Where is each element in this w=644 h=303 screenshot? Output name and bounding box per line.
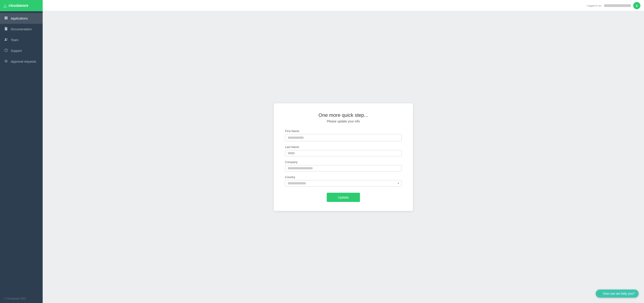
logged-in-label: Logged in as: — [587, 4, 602, 7]
support-icon: ? — [4, 48, 8, 53]
sidebar-item-applications-label: Applications — [11, 16, 28, 20]
team-icon — [4, 38, 8, 42]
applications-icon — [4, 16, 8, 21]
svg-text:?: ? — [6, 49, 7, 52]
main-wrapper: Logged in as: One more quick step... Ple… — [43, 0, 644, 303]
svg-point-4 — [5, 38, 6, 40]
chat-widget[interactable]: How can we help you? — [596, 290, 638, 298]
approval-requests-icon — [4, 59, 8, 64]
sidebar-item-team-label: Team — [11, 38, 18, 42]
first-name-group: First Name — [285, 130, 402, 141]
card-title: One more quick step... — [285, 112, 402, 118]
sidebar-nav: Applications Documentation Team ? Suppor… — [0, 11, 43, 294]
card-subtitle: Please update your info — [285, 120, 402, 123]
copyright-text: © Cloudaware 2024 — [4, 297, 26, 300]
chat-online-dot — [599, 292, 601, 295]
sidebar-item-support-label: Support — [11, 49, 22, 52]
sidebar: △ cloudaware Applications Documentation … — [0, 0, 43, 303]
company-blurred — [288, 167, 312, 169]
last-name-label: Last Name — [285, 145, 402, 149]
last-name-blurred — [288, 152, 294, 154]
sidebar-footer: © Cloudaware 2024 — [0, 294, 43, 303]
sidebar-item-applications[interactable]: Applications — [0, 13, 43, 24]
country-group: Country ▾ — [285, 176, 402, 186]
sidebar-item-documentation-label: Documentation — [11, 28, 32, 31]
sidebar-logo[interactable]: △ cloudaware — [0, 0, 43, 11]
sidebar-item-documentation[interactable]: Documentation — [0, 24, 43, 34]
country-select[interactable] — [285, 180, 402, 186]
first-name-blurred — [288, 136, 304, 139]
documentation-icon — [4, 27, 8, 32]
first-name-input-wrapper[interactable] — [285, 134, 402, 141]
user-avatar[interactable] — [633, 2, 640, 9]
svg-point-5 — [6, 38, 8, 39]
company-label: Company — [285, 160, 402, 164]
main-content: One more quick step... Please update you… — [43, 11, 644, 303]
first-name-label: First Name — [285, 130, 402, 133]
last-name-input-wrapper[interactable] — [285, 150, 402, 156]
username-blurred — [604, 4, 631, 7]
country-select-wrapper: ▾ — [285, 180, 402, 186]
sidebar-item-approval-requests[interactable]: Approval requests — [0, 56, 43, 67]
logo-text: cloudaware — [8, 4, 28, 8]
last-name-group: Last Name — [285, 145, 402, 156]
chat-label: How can we help you? — [603, 292, 634, 295]
sidebar-item-support[interactable]: ? Support — [0, 45, 43, 56]
update-info-card: One more quick step... Please update you… — [274, 103, 413, 211]
country-label: Country — [285, 176, 402, 179]
sidebar-item-approval-requests-label: Approval requests — [11, 60, 36, 63]
country-blurred — [288, 182, 306, 184]
topbar: Logged in as: — [43, 0, 644, 11]
logo-icon: △ — [4, 3, 7, 8]
update-button[interactable]: Update — [327, 193, 360, 202]
company-input-wrapper[interactable] — [285, 165, 402, 172]
sidebar-item-team[interactable]: Team — [0, 34, 43, 45]
company-group: Company — [285, 160, 402, 172]
